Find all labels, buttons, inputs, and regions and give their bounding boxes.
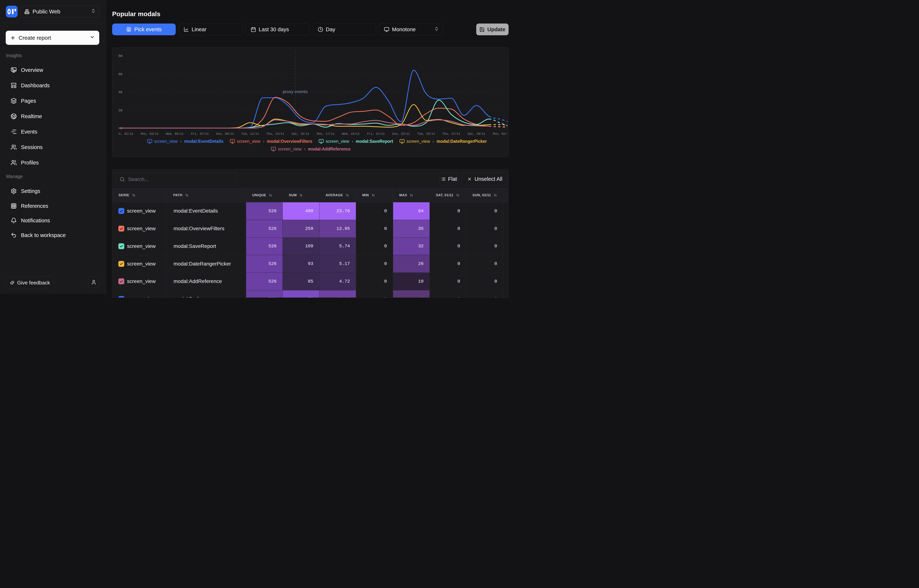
svg-text:Sun, 09/11: Sun, 09/11	[216, 132, 234, 136]
svg-text:Wed, 05/11: Wed, 05/11	[166, 132, 184, 136]
svg-text:Fri, 21/11: Fri, 21/11	[367, 132, 385, 136]
svg-text:Sat, 29/11: Sat, 29/11	[468, 132, 485, 136]
svg-text:Tue, 11/11: Tue, 11/11	[241, 132, 259, 136]
svg-text:Mon, 03/11: Mon, 03/11	[141, 132, 158, 136]
svg-text:60: 60	[119, 72, 123, 76]
svg-text:Sun, 23/11: Sun, 23/11	[392, 132, 410, 136]
svg-text:Fri, 07/11: Fri, 07/11	[191, 132, 208, 136]
svg-text:Sat, 01/11: Sat, 01/11	[119, 132, 133, 136]
svg-text:Tue, 25/11: Tue, 25/11	[417, 132, 435, 136]
svg-text:Mon, 17/11: Mon, 17/11	[317, 132, 334, 136]
svg-text:Wed, 19/11: Wed, 19/11	[342, 132, 360, 136]
svg-text:Mon, 01/12: Mon, 01/12	[493, 132, 507, 136]
svg-text:Thu, 13/11: Thu, 13/11	[266, 132, 284, 136]
svg-text:proxy events: proxy events	[283, 89, 308, 94]
svg-text:40: 40	[119, 90, 123, 94]
svg-text:80: 80	[119, 54, 123, 58]
svg-text:Sat, 15/11: Sat, 15/11	[292, 132, 309, 136]
svg-text:20: 20	[119, 108, 123, 112]
svg-text:Thu, 27/11: Thu, 27/11	[443, 132, 460, 136]
